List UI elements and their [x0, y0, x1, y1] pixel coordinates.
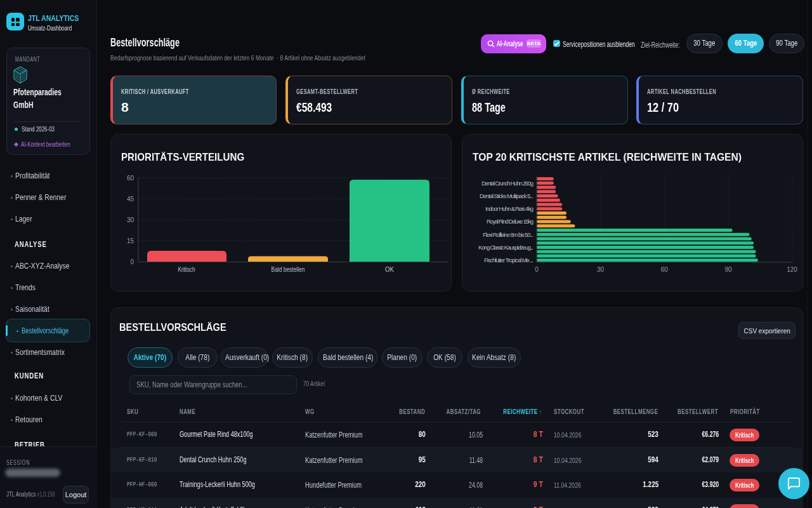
svg-text:Kong Classic Kauspielzeug...: Kong Classic Kauspielzeug... [478, 244, 534, 251]
svg-text:30: 30 [597, 266, 605, 273]
svg-text:OK: OK [385, 265, 395, 273]
svg-text:Kritisch: Kritisch [178, 265, 195, 273]
svg-text:0: 0 [535, 266, 539, 273]
svg-text:Flexi Rollleine 8m bis 50...: Flexi Rollleine 8m bis 50... [483, 231, 534, 238]
svg-text:Bald bestellen: Bald bestellen [272, 265, 305, 273]
svg-text:Dental Crunch Huhn 250g: Dental Crunch Huhn 250g [481, 180, 534, 187]
svg-text:60: 60 [661, 266, 669, 273]
svg-text:Indoor Huhn & Reis 4kg: Indoor Huhn & Reis 4kg [485, 205, 534, 212]
svg-text:Fischfutter Tropical Mix ...: Fischfutter Tropical Mix ... [484, 257, 534, 264]
svg-text:30: 30 [127, 217, 134, 224]
svg-text:Royal Rind Deluxe 15kg: Royal Rind Deluxe 15kg [487, 218, 534, 225]
svg-text:15: 15 [127, 237, 134, 244]
svg-text:Dental Sticks Multipack 5...: Dental Sticks Multipack 5... [480, 192, 534, 199]
svg-text:0: 0 [130, 258, 134, 265]
svg-text:120: 120 [787, 266, 797, 273]
svg-text:60: 60 [127, 175, 134, 182]
svg-text:45: 45 [127, 196, 134, 203]
svg-text:90: 90 [724, 266, 732, 273]
